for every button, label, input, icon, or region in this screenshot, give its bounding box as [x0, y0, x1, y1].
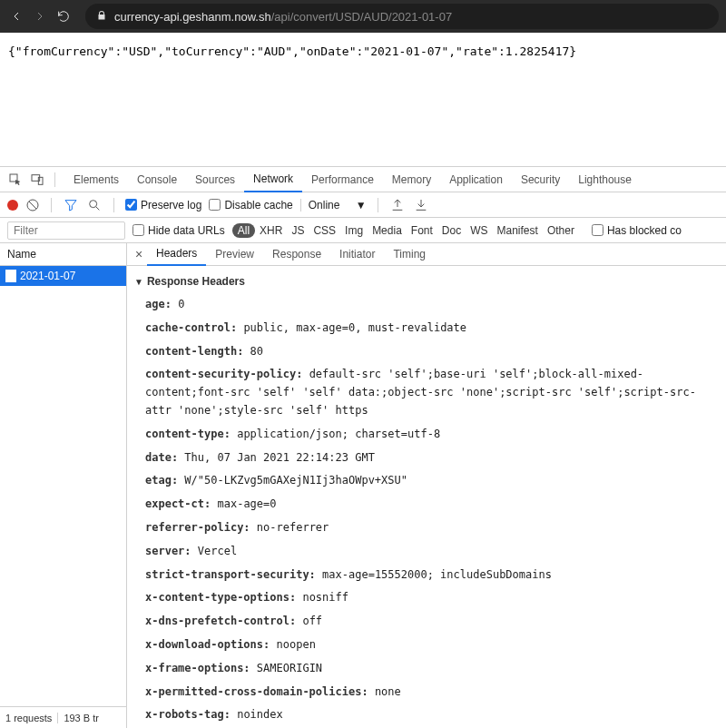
throttle-select[interactable]: Online ▼	[300, 199, 367, 212]
detail-tab-timing[interactable]: Timing	[384, 243, 435, 266]
header-value: 0	[178, 298, 184, 310]
separator	[51, 198, 52, 212]
tab-performance[interactable]: Performance	[302, 167, 383, 192]
tab-sources[interactable]: Sources	[186, 167, 244, 192]
url-text: currency-api.geshanm.now.sh/api/convert/…	[114, 10, 452, 24]
download-har-icon[interactable]	[413, 197, 429, 213]
url-bar[interactable]: currency-api.geshanm.now.sh/api/convert/…	[85, 4, 719, 29]
header-value: noopen	[277, 638, 316, 651]
search-icon[interactable]	[86, 197, 103, 213]
header-value: none	[375, 685, 401, 698]
disable-cache-checkbox[interactable]: Disable cache	[209, 199, 292, 212]
header-value: SAMEORIGIN	[257, 662, 322, 674]
header-name: content-length:	[145, 345, 243, 358]
header-name: etag:	[145, 474, 178, 487]
tab-console[interactable]: Console	[128, 167, 186, 192]
network-toolbar: Preserve log Disable cache Online ▼	[0, 192, 726, 218]
request-list: Name 2021-01-07 1 requests 193 B tr	[0, 243, 127, 728]
header-value: max-age=0	[217, 497, 276, 510]
detail-tab-initiator[interactable]: Initiator	[330, 243, 384, 266]
tab-elements[interactable]: Elements	[64, 167, 128, 192]
tab-memory[interactable]: Memory	[383, 167, 440, 192]
header-row: referrer-policy: no-referrer	[127, 516, 717, 540]
request-name: 2021-01-07	[20, 270, 75, 282]
header-name: server:	[145, 545, 191, 557]
tab-security[interactable]: Security	[512, 167, 569, 192]
svg-point-4	[90, 200, 97, 207]
type-filters: AllXHRJSCSSImgMediaFontDocWSManifestOthe…	[232, 223, 579, 238]
detail-tab-preview[interactable]: Preview	[206, 243, 263, 266]
filter-type-css[interactable]: CSS	[309, 224, 340, 237]
header-value: public, max-age=0, must-revalidate	[243, 321, 466, 334]
header-row: content-length: 80	[127, 340, 717, 364]
header-row: content-type: application/json; charset=…	[127, 423, 717, 447]
header-row: expect-ct: max-age=0	[127, 493, 717, 516]
network-body: Name 2021-01-07 1 requests 193 B tr × He…	[0, 243, 726, 728]
separator	[378, 198, 378, 212]
header-name: expect-ct:	[145, 497, 211, 510]
header-row: date: Thu, 07 Jan 2021 22:14:23 GMT	[127, 447, 717, 470]
response-headers-section[interactable]: ▼ Response Headers	[127, 271, 717, 293]
clear-button[interactable]	[25, 198, 40, 212]
footer-transfer: 193 B tr	[64, 713, 104, 723]
upload-har-icon[interactable]	[389, 197, 406, 213]
filter-type-media[interactable]: Media	[368, 224, 407, 237]
filter-type-doc[interactable]: Doc	[437, 224, 466, 237]
detail-pane: × HeadersPreviewResponseInitiatorTiming …	[127, 243, 726, 728]
close-details-button[interactable]: ×	[131, 247, 147, 261]
header-value: off	[302, 615, 322, 627]
request-list-header[interactable]: Name	[0, 243, 126, 266]
file-icon	[5, 270, 16, 282]
separator	[54, 172, 55, 187]
filter-input[interactable]	[7, 221, 125, 240]
preserve-log-checkbox[interactable]: Preserve log	[125, 199, 201, 212]
filter-type-other[interactable]: Other	[543, 224, 579, 237]
header-name: cache-control:	[145, 321, 237, 334]
header-row: server: Vercel	[127, 540, 717, 564]
filter-type-img[interactable]: Img	[340, 224, 368, 237]
header-name: x-dns-prefetch-control:	[145, 615, 296, 627]
header-value: nosniff	[302, 591, 348, 604]
filter-type-all[interactable]: All	[232, 223, 255, 238]
reload-button[interactable]	[54, 7, 73, 25]
header-row: etag: W/"50-LKZvg5mGAXejN1Ij3haOWpv+XSU"	[127, 469, 717, 493]
page-body: {"fromCurrency":"USD","toCurrency":"AUD"…	[0, 33, 726, 166]
tab-network[interactable]: Network	[244, 167, 302, 192]
header-name: age:	[145, 298, 172, 310]
hide-data-urls-checkbox[interactable]: Hide data URLs	[132, 224, 225, 237]
devtools: ElementsConsoleSourcesNetworkPerformance…	[0, 166, 726, 728]
filter-type-ws[interactable]: WS	[466, 224, 492, 237]
request-row[interactable]: 2021-01-07	[0, 266, 126, 286]
header-value: no-referrer	[257, 521, 329, 534]
header-value: Vercel	[198, 545, 237, 557]
filter-type-js[interactable]: JS	[287, 224, 309, 237]
inspect-icon[interactable]	[7, 172, 24, 188]
back-button[interactable]	[7, 7, 25, 25]
devtools-topbar: ElementsConsoleSourcesNetworkPerformance…	[0, 167, 726, 192]
has-blocked-checkbox[interactable]: Has blocked co	[592, 224, 682, 237]
footer-requests: 1 requests	[5, 713, 58, 723]
detail-tabs: × HeadersPreviewResponseInitiatorTiming	[127, 243, 726, 266]
header-value: W/"50-LKZvg5mGAXejN1Ij3haOWpv+XSU"	[184, 474, 407, 487]
filter-type-font[interactable]: Font	[407, 224, 437, 237]
header-value: max-age=15552000; includeSubDomains	[322, 568, 552, 581]
header-row: x-content-type-options: nosniff	[127, 586, 717, 610]
tab-application[interactable]: Application	[440, 167, 512, 192]
record-button[interactable]	[7, 200, 18, 211]
triangle-down-icon: ▼	[134, 277, 143, 287]
detail-body: ▼ Response Headers age: 0cache-control: …	[127, 266, 726, 728]
header-name: x-content-type-options:	[145, 591, 296, 604]
separator	[113, 198, 114, 212]
detail-tab-response[interactable]: Response	[263, 243, 330, 266]
filter-type-xhr[interactable]: XHR	[255, 224, 287, 237]
header-name: content-security-policy:	[145, 368, 302, 380]
header-value: 80	[250, 345, 263, 358]
header-value: noindex	[237, 708, 283, 721]
header-name: x-frame-options:	[145, 662, 250, 674]
detail-tab-headers[interactable]: Headers	[147, 243, 206, 266]
filter-type-manifest[interactable]: Manifest	[493, 224, 543, 237]
tab-lighthouse[interactable]: Lighthouse	[569, 167, 641, 192]
filter-toggle-icon[interactable]	[63, 197, 79, 213]
forward-button[interactable]	[31, 7, 49, 25]
device-toggle-icon[interactable]	[29, 172, 45, 188]
